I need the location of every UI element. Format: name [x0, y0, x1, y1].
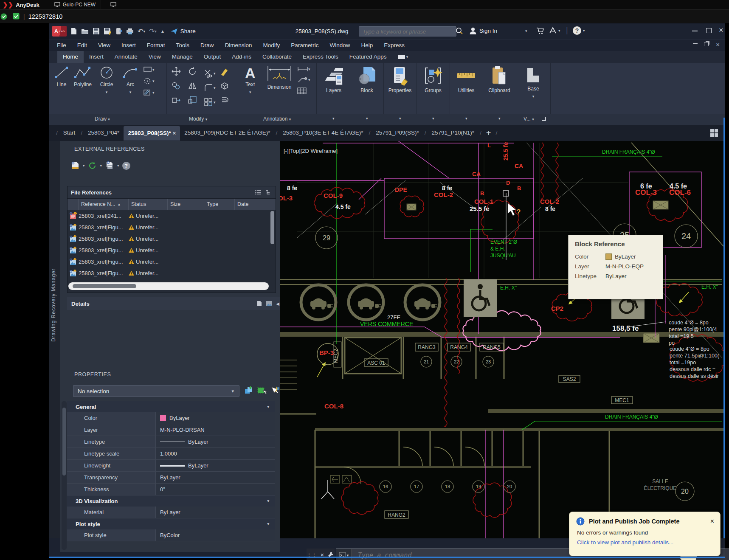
menu-modify[interactable]: Modify: [257, 39, 285, 51]
quick-select-icon[interactable]: [270, 386, 280, 396]
menu-help[interactable]: Help: [355, 39, 378, 51]
new-file-icon[interactable]: [70, 28, 77, 35]
doc-restore-button[interactable]: [704, 42, 709, 46]
export-icon[interactable]: [115, 28, 122, 35]
redo-button[interactable]: ↷▾: [149, 27, 157, 35]
plot-icon[interactable]: [126, 28, 134, 35]
viewport-controls-label[interactable]: [-][Top][2D Wireframe]: [284, 148, 338, 154]
file-tab-5[interactable]: 25791_P09(SS)*: [372, 125, 423, 141]
undo-button[interactable]: ↶▾: [138, 27, 145, 35]
selection-dropdown[interactable]: No selection ▾: [73, 385, 239, 397]
share-button[interactable]: Share: [170, 28, 196, 35]
save-xref-icon[interactable]: [105, 161, 114, 170]
permission-check-icon[interactable]: [13, 13, 20, 20]
list-view-icon[interactable]: [255, 190, 262, 195]
ribbon-tab-add-ins[interactable]: Add-ins: [226, 51, 257, 63]
notification-close-icon[interactable]: ×: [710, 518, 714, 525]
menu-parametric[interactable]: Parametric: [285, 39, 324, 51]
col-status[interactable]: Status: [129, 199, 168, 210]
drawing-canvas[interactable]: COL-9 OL-3 COL-2 COL-1 COL-2 COL-3 COL-6…: [280, 141, 724, 538]
save-xref-caret-icon[interactable]: ▾: [117, 163, 119, 168]
refresh-icon[interactable]: [88, 161, 97, 170]
view-panel-collapsed[interactable]: V... ▾: [524, 116, 534, 122]
properties-scrollbar[interactable]: [62, 401, 67, 550]
draw-panel-label[interactable]: Draw ▾: [95, 116, 110, 122]
annotation-panel-label[interactable]: Annotation ▾: [263, 116, 291, 122]
hatch-tool[interactable]: ▾: [143, 89, 155, 96]
xref-row-3[interactable]: !25803_xref|Figu...Unrefer...: [68, 245, 276, 256]
xref-row-0[interactable]: !25803_xref|241...Unrefer...: [68, 210, 276, 222]
qat-customize-button[interactable]: ▲: [160, 29, 164, 34]
file-tab-4[interactable]: 25803_P10(3E ET 4E ÉTAGE)*: [279, 125, 367, 141]
scale-tool[interactable]: [187, 95, 197, 105]
stretch-tool[interactable]: [171, 95, 181, 105]
tree-view-icon[interactable]: [265, 190, 271, 195]
dimension-button[interactable]: Dimension: [265, 65, 294, 90]
file-tab-3[interactable]: 25803_P09(RDC ET 2E ÉTAGE)*: [180, 125, 274, 141]
col-reference-name[interactable]: Reference N...▲: [79, 199, 129, 210]
maximize-button[interactable]: [706, 28, 712, 33]
xref-help-icon[interactable]: ?: [122, 162, 130, 170]
prop-section-general[interactable]: General▾: [67, 401, 275, 412]
prop-row-linetype-scale[interactable]: Linetype scale1.0000: [67, 448, 275, 460]
move-tool[interactable]: [171, 66, 181, 76]
polyline-button[interactable]: Polyline: [73, 65, 92, 87]
trim-tool[interactable]: ▾: [203, 66, 220, 81]
select-objects-icon[interactable]: [257, 386, 267, 396]
ribbon-tab-view[interactable]: View: [143, 51, 166, 63]
ellipse-tool[interactable]: ▾: [143, 78, 155, 84]
panel-dock-icon[interactable]: [542, 117, 546, 121]
clipboard-panel-caret[interactable]: ▾: [498, 116, 501, 121]
store-cart-icon[interactable]: [536, 27, 545, 35]
save-as-icon[interactable]: [104, 28, 112, 35]
anydesk-session-tab[interactable]: Guio-PC NEW: [49, 0, 101, 9]
ribbon-tab-manage[interactable]: Manage: [166, 51, 198, 63]
block-button[interactable]: Block: [354, 66, 380, 93]
ribbon-tab-insert[interactable]: Insert: [84, 51, 109, 63]
groups-button[interactable]: Groups: [420, 66, 446, 93]
menu-insert[interactable]: Insert: [116, 39, 141, 51]
rectangle-tool[interactable]: ▾: [143, 66, 155, 73]
new-session-monitor-icon[interactable]: [110, 2, 116, 7]
details-collapse-icon[interactable]: ◀: [276, 301, 279, 306]
ribbon-tab-annotate[interactable]: Annotate: [109, 51, 143, 63]
arc-button[interactable]: Arc▾: [122, 65, 139, 95]
prop-row-plot-style[interactable]: Plot styleByColor: [67, 529, 275, 541]
explode-tool[interactable]: [220, 81, 230, 91]
menu-tools[interactable]: Tools: [171, 39, 195, 51]
menu-edit[interactable]: Edit: [72, 39, 93, 51]
signin-label[interactable]: Sign In: [479, 28, 497, 34]
circle-button[interactable]: Circle▾: [99, 65, 114, 95]
tab-overview-icon[interactable]: [710, 129, 718, 137]
ribbon-tab-output[interactable]: Output: [198, 51, 227, 63]
xref-horizontal-scrollbar[interactable]: [68, 282, 269, 290]
col-date[interactable]: Date: [235, 199, 269, 210]
prop-section-plot-style[interactable]: Plot style▾: [67, 518, 275, 529]
fillet-tool[interactable]: ▾: [203, 81, 220, 95]
prop-row-layer[interactable]: LayerM-N-PLO-DRSAN: [67, 424, 275, 436]
ribbon-tab-home[interactable]: Home: [57, 51, 84, 63]
autocad-logo-icon[interactable]: ACAD: [52, 26, 67, 37]
ribbon-tab-collaborate[interactable]: Collaborate: [257, 51, 297, 63]
prop-row-linetype[interactable]: LinetypeByLayer: [67, 436, 275, 448]
file-tab-1[interactable]: 25803_P04*: [84, 125, 124, 141]
array-tool[interactable]: ▾: [203, 95, 220, 110]
close-button[interactable]: ×: [719, 26, 723, 35]
dim-style-tool[interactable]: ▾: [297, 66, 310, 72]
ribbon-display-toggle[interactable]: ▾: [398, 55, 408, 59]
prop-row-thickness[interactable]: Thickness0": [67, 484, 275, 495]
menu-express[interactable]: Express: [378, 39, 410, 51]
clipboard-button[interactable]: Clipboard: [486, 65, 512, 93]
col-size[interactable]: Size: [168, 199, 204, 210]
copy-tool[interactable]: [171, 81, 181, 91]
base-button[interactable]: Base▾: [521, 66, 546, 99]
attach-caret-icon[interactable]: ▾: [83, 163, 85, 168]
drawing-viewport[interactable]: [-][Top][2D Wireframe]: [280, 141, 724, 538]
minimize-button[interactable]: [692, 31, 698, 31]
mirror-tool[interactable]: [187, 81, 197, 91]
modify-panel-label[interactable]: Modify ▾: [189, 116, 207, 122]
menu-file[interactable]: File: [51, 39, 72, 51]
save-icon[interactable]: [93, 28, 100, 35]
prop-row-transparency[interactable]: TransparencyByLayer: [67, 472, 275, 484]
properties-panel-caret[interactable]: ▾: [399, 116, 401, 121]
